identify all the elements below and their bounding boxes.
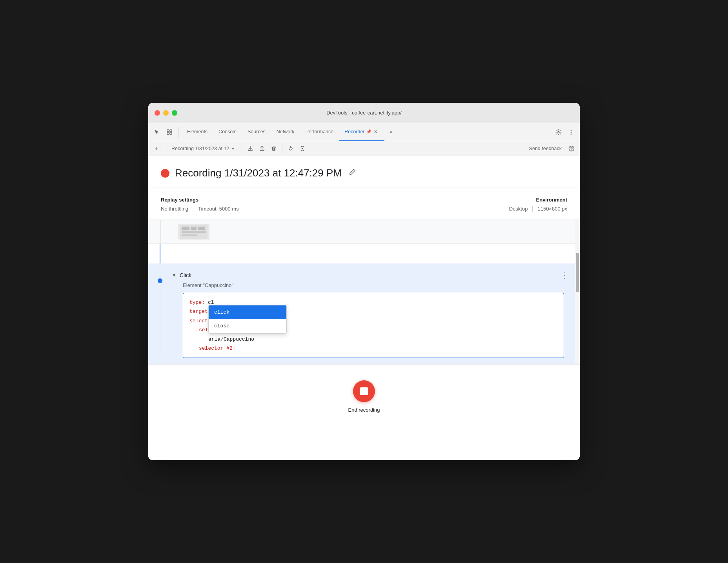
step-icon [300, 146, 305, 151]
environment-values: Desktop 1150×800 px [509, 206, 567, 212]
svg-point-6 [571, 131, 572, 133]
autocomplete-dropdown[interactable]: click close [208, 305, 287, 334]
step-button[interactable] [297, 143, 308, 154]
settings-icon[interactable] [553, 127, 564, 138]
recording-title: Recording 1/31/2023 at 12:47:29 PM [175, 167, 342, 179]
timeout-value[interactable]: Timeout: 5000 ms [198, 206, 239, 212]
environment-device[interactable]: Desktop [509, 206, 533, 212]
pin-icon: 📌 [366, 129, 371, 134]
svg-rect-12 [182, 227, 189, 230]
tab-close-icon[interactable]: ✕ [373, 129, 379, 135]
autocomplete-item-close[interactable]: close [209, 319, 286, 333]
scrollbar-thumb[interactable] [576, 253, 579, 292]
step-more-button[interactable]: ⋮ [559, 270, 570, 281]
help-button[interactable] [566, 143, 577, 154]
record-indicator [161, 169, 169, 178]
code-selector2-line: selector #2: [189, 344, 557, 353]
click-step-header: ▼ Click ⋮ [172, 270, 570, 281]
tab-performance[interactable]: Performance [300, 123, 339, 141]
end-recording-label: End recording [348, 407, 380, 413]
close-traffic-light[interactable] [155, 110, 160, 116]
window-title: DevTools - coffee-cart.netlify.app/ [326, 110, 402, 116]
collapse-arrow-icon[interactable]: ▼ [172, 272, 177, 278]
send-feedback-button[interactable]: Send feedback [526, 144, 565, 153]
edit-title-icon[interactable] [349, 169, 356, 178]
main-content: Recording 1/31/2023 at 12:47:29 PM Repla… [148, 156, 580, 460]
target-key: target [189, 307, 208, 316]
svg-rect-16 [182, 234, 197, 236]
environment-resolution: 1150×800 px [537, 206, 567, 212]
replay-icon [288, 146, 293, 151]
end-recording-button[interactable] [353, 380, 375, 402]
svg-rect-1 [170, 130, 172, 132]
tab-more[interactable]: » [384, 123, 398, 141]
import-button[interactable] [257, 143, 267, 154]
tab-recorder[interactable]: Recorder 📌 ✕ [339, 123, 384, 141]
selector2-key: selector #2: [199, 344, 236, 353]
svg-rect-0 [167, 130, 169, 132]
svg-point-5 [571, 129, 572, 131]
tab-actions [553, 127, 577, 138]
replay-button[interactable] [286, 143, 296, 154]
toolbar-divider-2 [242, 145, 242, 153]
recording-header: Recording 1/31/2023 at 12:47:29 PM [148, 156, 580, 187]
click-step-title: ▼ Click [172, 272, 191, 278]
tab-network[interactable]: Network [271, 123, 300, 141]
svg-rect-13 [191, 227, 197, 230]
toolbar-divider-1 [165, 145, 165, 153]
recording-selector[interactable]: Recording 1/31/2023 at 12 [168, 145, 238, 152]
stop-icon [360, 387, 368, 395]
dropdown-arrow-icon [231, 146, 235, 151]
cursor-icon[interactable] [151, 127, 162, 138]
environment-label: Environment [509, 197, 567, 203]
code-editor[interactable]: type: cl target selectors sel [183, 293, 564, 358]
type-key: type: [189, 298, 205, 307]
traffic-lights [155, 110, 177, 116]
export-icon [248, 146, 253, 151]
recording-toolbar: + Recording 1/31/2023 at 12 [148, 141, 580, 156]
steps-area: ▼ Click ⋮ Element "Cappuccino" type: cl [148, 220, 580, 364]
toolbar-divider-3 [282, 145, 282, 153]
tab-sources[interactable]: Sources [242, 123, 271, 141]
title-bar: DevTools - coffee-cart.netlify.app/ [148, 103, 580, 123]
svg-rect-3 [170, 133, 172, 134]
delete-icon [271, 146, 277, 151]
fullscreen-traffic-light[interactable] [172, 110, 177, 116]
inspect-icon[interactable] [164, 127, 175, 138]
autocomplete-item-click[interactable]: click [209, 305, 286, 319]
add-recording-button[interactable]: + [151, 143, 162, 154]
svg-rect-15 [182, 231, 206, 233]
svg-point-10 [571, 150, 572, 151]
svg-rect-2 [167, 133, 169, 134]
tab-icons [151, 127, 178, 138]
svg-point-7 [571, 133, 572, 134]
scrollbar-track[interactable] [575, 220, 580, 364]
tab-console[interactable]: Console [213, 123, 242, 141]
svg-rect-14 [198, 227, 205, 230]
replay-settings-group: Replay settings No throttling Timeout: 5… [161, 197, 239, 212]
settings-row: Replay settings No throttling Timeout: 5… [148, 187, 580, 220]
step-indicator-dot [158, 278, 162, 283]
environment-group: Environment Desktop 1150×800 px [509, 197, 567, 212]
help-icon [568, 145, 575, 152]
selector1-value: aria/Cappuccino [208, 335, 254, 344]
svg-point-4 [558, 131, 559, 133]
minimize-traffic-light[interactable] [163, 110, 169, 116]
step-thumbnail [178, 224, 209, 240]
devtools-window: DevTools - coffee-cart.netlify.app/ [148, 103, 580, 460]
throttling-value[interactable]: No throttling [161, 206, 193, 212]
tab-elements[interactable]: Elements [182, 123, 213, 141]
export-button[interactable] [245, 143, 255, 154]
devtools-panel: Elements Console Sources Network Perform… [148, 123, 580, 460]
tab-bar: Elements Console Sources Network Perform… [148, 123, 580, 141]
code-selector1-value-line: aria/Cappuccino [189, 335, 557, 344]
replay-settings-label: Replay settings [161, 197, 239, 203]
end-recording-area: End recording [148, 364, 580, 425]
svg-point-8 [302, 148, 303, 149]
step-name: Click [180, 272, 191, 278]
click-step: ▼ Click ⋮ Element "Cappuccino" type: cl [148, 263, 580, 364]
delete-button[interactable] [269, 143, 279, 154]
more-options-icon[interactable] [566, 127, 577, 138]
settings-values: No throttling Timeout: 5000 ms [161, 206, 239, 212]
import-icon [259, 146, 265, 151]
